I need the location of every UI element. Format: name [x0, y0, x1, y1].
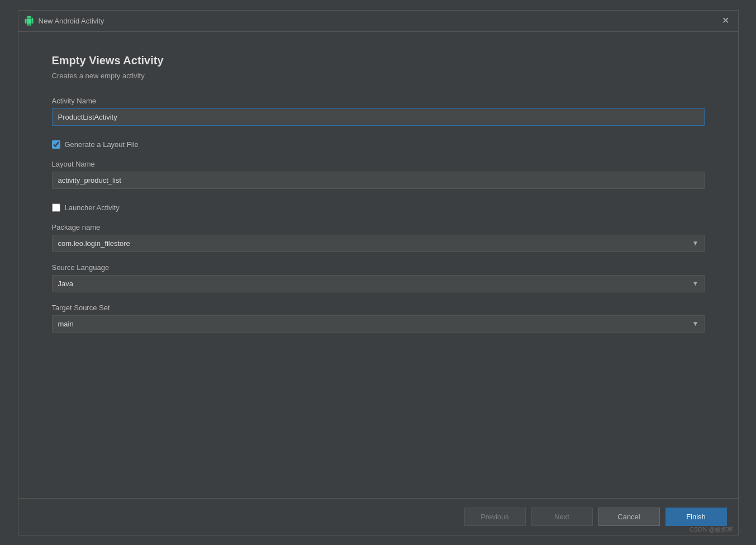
generate-layout-checkbox[interactable]: [52, 140, 60, 149]
layout-name-label: Layout Name: [52, 160, 705, 168]
title-bar-text: New Android Activity: [39, 17, 104, 25]
package-name-section: Package name com.leo.login_filestore ▼: [52, 223, 705, 252]
activity-name-section: Activity Name: [52, 97, 705, 135]
activity-name-label: Activity Name: [52, 97, 705, 105]
target-source-set-wrapper: main ▼: [52, 315, 705, 333]
generate-layout-row: Generate a Layout File: [52, 140, 705, 149]
next-button[interactable]: Next: [531, 508, 593, 526]
activity-name-input[interactable]: [52, 108, 705, 126]
launcher-activity-label: Launcher Activity: [65, 203, 120, 212]
page-subtitle: Creates a new empty activity: [52, 72, 705, 80]
launcher-activity-checkbox[interactable]: [52, 203, 60, 212]
launcher-activity-row: Launcher Activity: [52, 203, 705, 212]
generate-layout-label: Generate a Layout File: [65, 140, 139, 149]
android-icon: [24, 16, 34, 26]
title-bar: New Android Activity ✕: [18, 11, 738, 32]
layout-name-section: Layout Name: [52, 160, 705, 198]
source-language-label: Source Language: [52, 263, 705, 272]
layout-name-input[interactable]: [52, 172, 705, 189]
watermark: CSDN @修炼室: [690, 525, 733, 534]
content-area: Empty Views Activity Creates a new empty…: [18, 32, 738, 498]
target-source-set-section: Target Source Set main ▼: [52, 304, 705, 333]
previous-button[interactable]: Previous: [464, 508, 526, 526]
package-name-wrapper: com.leo.login_filestore ▼: [52, 235, 705, 252]
source-language-wrapper: Java Kotlin ▼: [52, 275, 705, 292]
finish-button[interactable]: Finish: [665, 508, 727, 526]
footer: Previous Next Cancel Finish: [18, 498, 738, 535]
close-button[interactable]: ✕: [719, 15, 733, 26]
target-source-set-select[interactable]: main: [52, 315, 705, 333]
dialog: New Android Activity ✕ Empty Views Activ…: [18, 10, 739, 535]
source-language-select[interactable]: Java Kotlin: [52, 275, 705, 292]
package-name-select[interactable]: com.leo.login_filestore: [52, 235, 705, 252]
cancel-button[interactable]: Cancel: [598, 508, 660, 526]
target-source-set-label: Target Source Set: [52, 304, 705, 312]
page-title: Empty Views Activity: [52, 54, 705, 67]
package-name-label: Package name: [52, 223, 705, 231]
source-language-section: Source Language Java Kotlin ▼: [52, 263, 705, 292]
